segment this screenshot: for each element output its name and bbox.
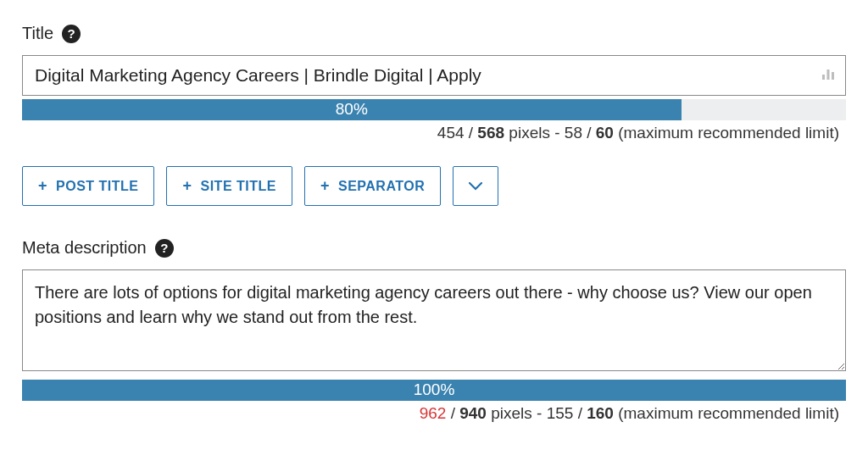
- chip-label: POST TITLE: [56, 179, 138, 194]
- pixels-suffix: pixels -: [509, 124, 564, 142]
- title-progress-track: 80%: [22, 99, 846, 120]
- meta-chars-used: 155: [547, 404, 574, 422]
- help-icon[interactable]: ?: [155, 239, 174, 258]
- meta-pixels-limit: 940: [459, 404, 487, 422]
- plus-icon: +: [320, 177, 330, 195]
- title-chars-limit: 60: [596, 124, 614, 142]
- chevron-down-icon: [469, 182, 482, 191]
- meta-progress-bar: 100%: [22, 380, 846, 401]
- title-chars-used: 58: [565, 124, 582, 142]
- meta-pixels-used: 962: [420, 404, 447, 422]
- meta-limit-suffix: (maximum recommended limit): [618, 404, 839, 422]
- title-pixels-used: 454: [437, 124, 465, 142]
- title-field-label: Title: [22, 24, 53, 43]
- svg-rect-1: [827, 69, 830, 80]
- title-input[interactable]: [22, 55, 846, 96]
- more-variables-button[interactable]: [453, 166, 498, 206]
- insert-site-title-button[interactable]: + SITE TITLE: [166, 166, 292, 206]
- title-limit-suffix: (maximum recommended limit): [618, 124, 839, 142]
- title-progress-bar: 80%: [22, 99, 682, 120]
- insert-separator-button[interactable]: + SEPARATOR: [304, 166, 441, 206]
- chip-label: SITE TITLE: [200, 179, 275, 194]
- chip-label: SEPARATOR: [338, 179, 425, 194]
- analytics-icon: [821, 66, 836, 85]
- meta-progress-track: 100%: [22, 380, 846, 401]
- meta-limits-text: 962 / 940 pixels - 155 / 160 (maximum re…: [22, 401, 846, 426]
- help-icon[interactable]: ?: [62, 25, 81, 43]
- meta-description-textarea[interactable]: [22, 269, 846, 371]
- title-pixels-limit: 568: [477, 124, 504, 142]
- svg-rect-2: [832, 72, 834, 80]
- meta-chars-limit: 160: [587, 404, 614, 422]
- insert-post-title-button[interactable]: + POST TITLE: [22, 166, 154, 206]
- plus-icon: +: [182, 177, 192, 195]
- pixels-suffix: pixels -: [491, 404, 546, 422]
- meta-description-field-label: Meta description: [22, 238, 147, 258]
- title-limits-text: 454 / 568 pixels - 58 / 60 (maximum reco…: [22, 120, 846, 146]
- svg-rect-0: [822, 75, 825, 80]
- plus-icon: +: [38, 177, 47, 195]
